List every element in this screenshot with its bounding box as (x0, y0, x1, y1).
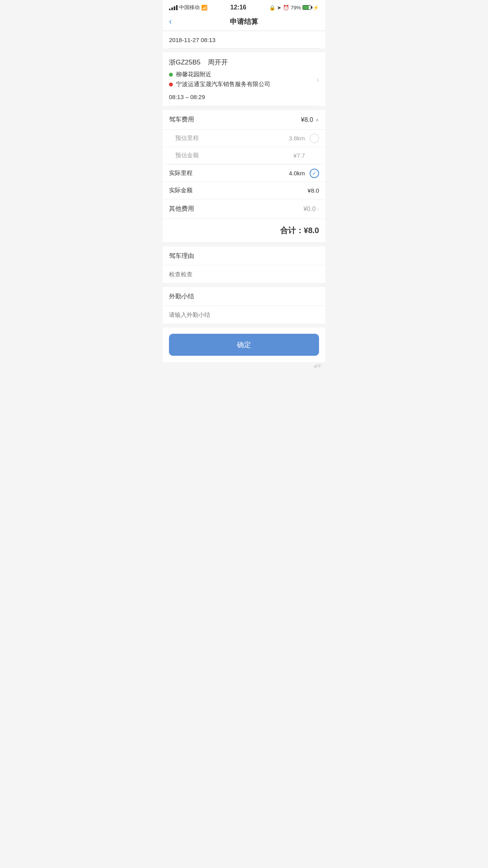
dest-label: 宁波运通宝晟汽车销售服务有限公司 (176, 81, 270, 88)
summary-section: 外勤小结 (163, 287, 325, 324)
total-value: ¥8.0 (304, 226, 319, 235)
est-amount-label: 预估金额 (175, 152, 199, 159)
est-distance-value: 3.8km (289, 135, 305, 142)
driving-fees-amount: ¥8.0 ∧ (301, 116, 319, 123)
alarm-icon: ⏰ (283, 5, 289, 11)
actual-distance-value: 4.0km (289, 170, 305, 177)
status-left: 中国移动 📶 (169, 4, 207, 11)
reason-label: 驾车理由 (163, 246, 325, 265)
actual-radio-checked[interactable]: ✓ (310, 169, 319, 178)
charging-icon: ⚡ (313, 5, 319, 11)
other-fees-chevron: › (317, 206, 319, 212)
other-fees-value: ¥0.0 › (303, 206, 319, 213)
location-icon: ➤ (277, 5, 281, 11)
actual-distance-label: 实际里程 (169, 169, 193, 177)
actual-amount-value: ¥8.0 (308, 187, 319, 194)
lock-icon: 🔒 (269, 5, 275, 11)
confirm-button[interactable]: 确定 (169, 334, 319, 356)
dest-dot (169, 83, 173, 86)
page-title: 申请结算 (230, 17, 258, 26)
actual-amount-label: 实际金额 (169, 187, 193, 194)
reason-section: 驾车理由 (163, 246, 325, 283)
trip-time-range: 08:13 – 08:29 (169, 90, 319, 106)
nav-bar: ‹ 申请结算 (163, 13, 325, 31)
driving-fees-value: ¥8.0 (301, 116, 313, 123)
estimated-radio-unchecked[interactable] (310, 134, 319, 143)
status-bar: 中国移动 📶 12:16 🔒 ➤ ⏰ 79% ⚡ (163, 0, 325, 13)
total-label: 合计：¥8.0 (280, 225, 319, 236)
trip-destination: 宁波运通宝晟汽车销售服务有限公司 (169, 81, 319, 88)
driver-name: 周开开 (208, 59, 228, 66)
battery-label: 79% (291, 5, 301, 11)
actual-amount-row: 实际金额 ¥8.0 (163, 182, 325, 199)
watermark: aFF (163, 362, 325, 371)
time-label: 12:16 (230, 4, 246, 11)
estimated-amount-row: 预估金额 ¥7.7 (163, 147, 325, 164)
driving-fees-header: 驾车费用 ¥8.0 ∧ (163, 110, 325, 130)
wifi-icon: 📶 (201, 5, 207, 11)
total-row: 合计：¥8.0 (163, 219, 325, 243)
trip-details: 浙GZ25B5 周开开 柳馨花园附近 宁波运通宝晟汽车销售服务有限公司 08:1… (169, 52, 319, 106)
trip-chevron-icon: › (316, 75, 319, 84)
summary-label: 外勤小结 (163, 287, 325, 306)
back-button[interactable]: ‹ (169, 17, 172, 26)
collapse-icon[interactable]: ∧ (316, 117, 319, 123)
trip-origin: 柳馨花园附近 (169, 71, 319, 78)
status-right: 🔒 ➤ ⏰ 79% ⚡ (269, 5, 319, 11)
total-prefix: 合计： (280, 226, 304, 235)
battery-icon (303, 5, 311, 10)
estimated-distance-row[interactable]: 预估里程 3.8km (163, 130, 325, 147)
est-distance-label: 预估里程 (175, 134, 199, 142)
signal-icon (169, 5, 178, 10)
other-fees-amount: ¥0.0 (303, 206, 316, 213)
datetime-label: 2018-11-27 08:13 (169, 31, 319, 48)
carrier-label: 中国移动 (179, 4, 200, 11)
origin-label: 柳馨花园附近 (176, 71, 211, 78)
actual-distance-row[interactable]: 实际里程 4.0km ✓ (163, 165, 325, 182)
plate-number: 浙GZ25B5 (169, 59, 200, 66)
confirm-wrap: 确定 (163, 327, 325, 362)
origin-dot (169, 73, 173, 77)
trip-driver: 浙GZ25B5 周开开 (169, 58, 319, 67)
reason-input[interactable] (163, 265, 325, 283)
trip-section[interactable]: 浙GZ25B5 周开开 柳馨花园附近 宁波运通宝晟汽车销售服务有限公司 08:1… (163, 52, 325, 106)
summary-input[interactable] (163, 306, 325, 324)
datetime-section: 2018-11-27 08:13 (163, 31, 325, 48)
driving-fees-label: 驾车费用 (169, 116, 194, 124)
other-fees-row[interactable]: 其他费用 ¥0.0 › (163, 199, 325, 219)
fees-section: 驾车费用 ¥8.0 ∧ 预估里程 3.8km 预估金额 ¥7.7 实际里程 4.… (163, 110, 325, 243)
est-amount-value: ¥7.7 (294, 152, 305, 159)
other-fees-label: 其他费用 (169, 205, 194, 213)
